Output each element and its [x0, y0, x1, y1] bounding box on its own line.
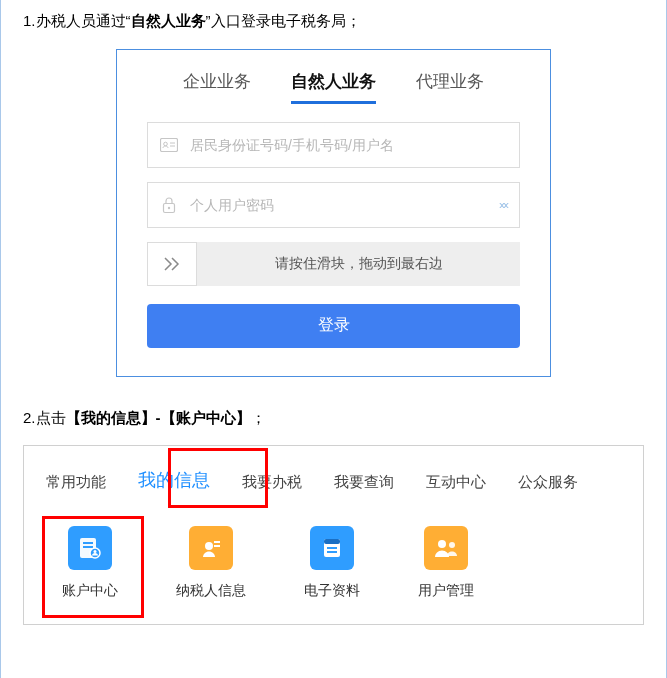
- svg-point-12: [205, 542, 213, 550]
- step2-text: 2.点击【我的信息】-【账户中心】；: [23, 407, 644, 430]
- slider-track-text: 请按住滑块，拖动到最右边: [197, 242, 520, 286]
- nav-tab-public[interactable]: 公众服务: [516, 467, 580, 498]
- svg-point-1: [164, 142, 168, 146]
- tile-label: 电子资料: [304, 582, 360, 600]
- svg-rect-17: [327, 547, 337, 549]
- id-input[interactable]: [188, 136, 507, 154]
- tile-taxpayer-info[interactable]: 纳税人信息: [176, 526, 246, 600]
- tile-account-center[interactable]: 账户中心: [62, 526, 118, 600]
- nav-tab-handle[interactable]: 我要办税: [240, 467, 304, 498]
- svg-rect-8: [83, 546, 93, 548]
- svg-point-19: [438, 540, 446, 548]
- svg-rect-14: [214, 545, 220, 547]
- id-card-icon: [160, 136, 178, 154]
- nav-tab-query[interactable]: 我要查询: [332, 467, 396, 498]
- tile-label: 用户管理: [418, 582, 474, 600]
- password-input[interactable]: [188, 196, 507, 214]
- slider-handle[interactable]: [147, 242, 197, 286]
- tile-user-management[interactable]: 用户管理: [418, 526, 474, 600]
- user-management-icon: [424, 526, 468, 570]
- svg-rect-13: [214, 541, 220, 543]
- tab-enterprise[interactable]: 企业业务: [183, 70, 251, 104]
- tile-label: 纳税人信息: [176, 582, 246, 600]
- nav-tab-interact[interactable]: 互动中心: [424, 467, 488, 498]
- svg-rect-16: [324, 539, 340, 544]
- lock-icon: [160, 196, 178, 214]
- svg-point-5: [168, 206, 170, 208]
- nav-tabs: 常用功能 我的信息 我要办税 我要查询 互动中心 公众服务: [44, 462, 623, 504]
- tile-label: 账户中心: [62, 582, 118, 600]
- eye-icon[interactable]: ›‹›‹: [499, 198, 507, 212]
- login-tabs: 企业业务 自然人业务 代理业务: [147, 70, 520, 104]
- nav-tab-common[interactable]: 常用功能: [44, 467, 108, 498]
- taxpayer-info-icon: [189, 526, 233, 570]
- step1-text: 1.办税人员通过“自然人业务”入口登录电子税务局；: [23, 10, 644, 33]
- nav-tab-myinfo[interactable]: 我的信息: [136, 462, 212, 498]
- electronic-docs-icon: [310, 526, 354, 570]
- account-center-icon: [68, 526, 112, 570]
- tiles: 账户中心 纳税人信息 电子资料 用户管理: [44, 526, 623, 600]
- password-input-row[interactable]: ›‹›‹: [147, 182, 520, 228]
- tab-agent[interactable]: 代理业务: [416, 70, 484, 104]
- svg-rect-0: [161, 138, 178, 151]
- login-button[interactable]: 登录: [147, 304, 520, 348]
- login-card: 企业业务 自然人业务 代理业务 ›‹›‹ 请按住滑块，拖动到最右边 登录: [116, 49, 551, 377]
- captcha-slider[interactable]: 请按住滑块，拖动到最右边: [147, 242, 520, 286]
- svg-rect-7: [83, 542, 93, 544]
- svg-point-20: [449, 542, 455, 548]
- tab-natural-person[interactable]: 自然人业务: [291, 70, 376, 104]
- tile-electronic-docs[interactable]: 电子资料: [304, 526, 360, 600]
- svg-rect-18: [327, 551, 337, 553]
- svg-point-10: [94, 550, 97, 553]
- nav-card: 常用功能 我的信息 我要办税 我要查询 互动中心 公众服务 账户中心 纳税人信息: [23, 445, 644, 625]
- id-input-row[interactable]: [147, 122, 520, 168]
